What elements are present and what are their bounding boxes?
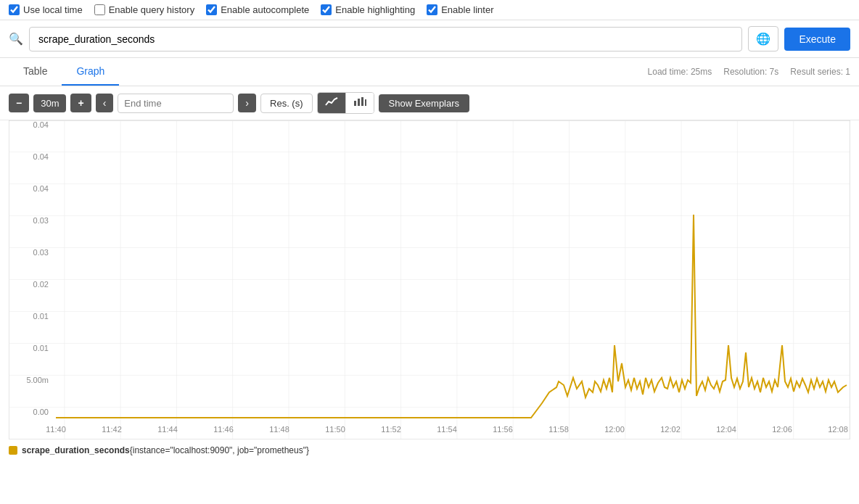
svg-text:11:56: 11:56	[493, 425, 513, 434]
query-input[interactable]	[29, 27, 742, 51]
svg-text:11:58: 11:58	[548, 425, 569, 434]
enable-autocomplete-label: Enable autocomplete	[221, 4, 309, 15]
svg-text:11:40: 11:40	[46, 425, 66, 434]
legend-labels: {instance="localhost:9090", job="prometh…	[130, 445, 309, 455]
enable-highlighting-checkbox[interactable]	[321, 4, 332, 15]
tab-group: Table Graph	[9, 58, 119, 86]
svg-rect-2	[361, 97, 363, 106]
enable-query-history-label: Enable query history	[109, 4, 195, 15]
svg-text:11:48: 11:48	[269, 425, 289, 434]
svg-rect-3	[365, 99, 366, 106]
tab-table[interactable]: Table	[9, 58, 62, 86]
end-time-input[interactable]	[118, 94, 234, 113]
tab-graph[interactable]: Graph	[62, 58, 119, 86]
result-series: Result series: 1	[790, 67, 850, 77]
tabs-row: Table Graph Load time: 25ms Resolution: …	[0, 58, 859, 86]
svg-text:12:02: 12:02	[660, 425, 681, 434]
svg-text:12:00: 12:00	[604, 425, 625, 434]
enable-query-history-option[interactable]: Enable query history	[94, 4, 195, 15]
show-exemplars-button[interactable]: Show Exemplars	[379, 94, 470, 112]
svg-text:11:44: 11:44	[157, 425, 178, 434]
svg-rect-1	[358, 99, 360, 106]
enable-autocomplete-option[interactable]: Enable autocomplete	[206, 4, 309, 15]
enable-linter-checkbox[interactable]	[427, 4, 437, 15]
svg-text:0.04: 0.04	[33, 152, 49, 161]
bar-chart-icon	[353, 96, 366, 107]
duration-label: 30m	[33, 94, 66, 112]
legend-metric: scrape_duration_seconds	[22, 445, 130, 455]
globe-button[interactable]: 🌐	[748, 26, 778, 51]
svg-text:11:46: 11:46	[213, 425, 234, 434]
svg-text:0.04: 0.04	[33, 184, 49, 193]
enable-highlighting-label: Enable highlighting	[335, 4, 415, 15]
duration-minus-button[interactable]: −	[9, 94, 29, 112]
use-local-time-label: Use local time	[23, 4, 83, 15]
duration-plus-button[interactable]: +	[70, 94, 91, 112]
enable-query-history-checkbox[interactable]	[94, 4, 105, 15]
meta-info: Load time: 25ms Resolution: 7s Result se…	[648, 67, 850, 77]
legend-text: scrape_duration_seconds{instance="localh…	[22, 445, 309, 455]
enable-linter-option[interactable]: Enable linter	[427, 4, 493, 15]
enable-autocomplete-checkbox[interactable]	[206, 4, 217, 15]
use-local-time-checkbox[interactable]	[9, 4, 20, 15]
load-time: Load time: 25ms	[648, 67, 712, 77]
svg-text:0.02: 0.02	[33, 280, 49, 289]
prev-time-button[interactable]: ‹	[96, 94, 114, 112]
chart-type-bar-button[interactable]	[345, 93, 374, 113]
svg-text:12:08: 12:08	[828, 425, 848, 434]
graph-controls: − 30m + ‹ › Res. (s) Show Exemplars	[0, 86, 859, 120]
svg-text:0.00: 0.00	[33, 408, 49, 416]
svg-text:0.04: 0.04	[33, 120, 49, 129]
svg-text:0.01: 0.01	[33, 312, 49, 321]
svg-text:5.00m: 5.00m	[26, 376, 49, 384]
svg-text:12:06: 12:06	[772, 425, 792, 434]
top-bar: Use local time Enable query history Enab…	[0, 0, 859, 20]
svg-rect-8	[9, 120, 850, 439]
resolution-button[interactable]: Res. (s)	[260, 94, 313, 113]
svg-text:11:54: 11:54	[437, 425, 457, 434]
legend: scrape_duration_seconds{instance="localh…	[0, 439, 859, 461]
svg-text:0.01: 0.01	[33, 344, 49, 352]
execute-button[interactable]: Execute	[784, 28, 850, 51]
chart-area: 0.04 0.04 0.04 0.03 0.03 0.02 0.01 0.01 …	[0, 120, 859, 439]
svg-text:11:50: 11:50	[325, 425, 345, 434]
chart-svg: 0.04 0.04 0.04 0.03 0.03 0.02 0.01 0.01 …	[9, 120, 850, 439]
enable-linter-label: Enable linter	[441, 4, 493, 15]
enable-highlighting-option[interactable]: Enable highlighting	[321, 4, 415, 15]
chart-type-group	[317, 92, 374, 114]
legend-color-swatch	[9, 446, 17, 455]
svg-rect-0	[354, 101, 356, 106]
svg-text:11:42: 11:42	[102, 425, 122, 434]
search-icon: 🔍	[9, 32, 23, 46]
resolution: Resolution: 7s	[723, 67, 778, 77]
chart-type-line-button[interactable]	[318, 93, 345, 113]
line-chart-icon	[325, 96, 338, 107]
next-time-button[interactable]: ›	[238, 94, 256, 112]
use-local-time-option[interactable]: Use local time	[9, 4, 83, 15]
search-bar: 🔍 🌐 Execute	[0, 20, 859, 58]
chart-container: 0.04 0.04 0.04 0.03 0.03 0.02 0.01 0.01 …	[9, 120, 850, 439]
svg-text:11:52: 11:52	[381, 425, 401, 434]
svg-text:12:04: 12:04	[716, 425, 736, 434]
svg-text:0.03: 0.03	[33, 216, 49, 225]
svg-text:0.03: 0.03	[33, 248, 49, 257]
